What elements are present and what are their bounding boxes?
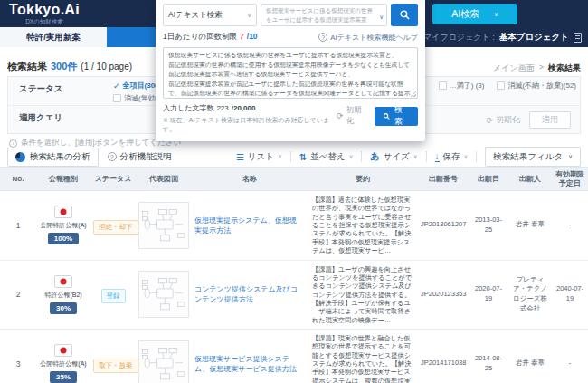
sort-menu[interactable]: ⇅ 並べ替え ∨ [299, 151, 354, 163]
filter-reset-label: 初期化 [496, 114, 520, 126]
char-count-value: 223 [216, 104, 228, 112]
checkbox-icon [439, 81, 447, 90]
filter-apply-button[interactable]: 適用 [529, 111, 571, 129]
publication-type-cell: 公開特許公報(A) 25% [39, 344, 88, 383]
status-checkbox-expired[interactable]: …満了) (3) [439, 81, 485, 91]
search-query-textarea[interactable]: 仮想現実サービスに係る仮想現実の世界をユーザに提示する仮想現実提示装置と、 前記… [163, 47, 418, 99]
expiry-date: 2040-07-19 [552, 260, 588, 330]
daily-limit-row: 1日あたりの回数制限 7 /10 ? AIテキスト検索機能ヘルプ [163, 32, 418, 43]
search-mode-value: AIテキスト検索 [168, 10, 223, 21]
ai-search-menu-label: AI検索 [451, 8, 479, 21]
result-filter-button[interactable]: 検索結果フィルタ ∨ [485, 147, 581, 167]
logo-title: Tokkyo.Ai [9, 3, 80, 18]
char-count-block: 入力した文字数 223 /20,000 ※ 現在、AIテキスト検索は日本特許検索… [163, 103, 337, 134]
patent-abstract: 【課題】現実の世界と融合した仮想現実の世界で提示することを可能とする仮想現実サー… [308, 330, 418, 383]
checkbox-checked-icon [113, 81, 120, 91]
patent-drawing-thumbnail[interactable] [138, 202, 189, 249]
publication-type-label: 特許公報(B2) [44, 291, 81, 300]
ai-text-search-panel: AIテキスト検索 ∨ 仮想現実サービスに係る仮想現実の世界をユーザに提示する仮想… [156, 0, 425, 141]
column-header: 公報種別 [36, 168, 90, 191]
divider [426, 151, 427, 162]
japan-flag-icon [54, 275, 72, 288]
char-count-max: /20,000 [232, 104, 256, 112]
column-header: 要約 [308, 168, 418, 191]
clipboard-icon[interactable] [574, 33, 582, 43]
search-panel-note: ※ 現在、AIテキスト検索は日本特許検索のみ対応しています。 [163, 116, 337, 134]
question-icon: ? [108, 152, 117, 161]
list-view-menu[interactable]: ☰ リスト ∨ [236, 151, 282, 163]
application-date: 2014-08-25 [469, 330, 508, 383]
query-reset-button[interactable]: ⟳ 初期化 [337, 105, 367, 127]
application-number: JP2020123353 [418, 260, 469, 330]
ai-search-menu-button[interactable]: AI検索 ∨ [432, 4, 517, 24]
search-panel-actions: ⟳ 初期化 検索 [337, 105, 418, 127]
daily-limit-label: 1日あたりの回数制限 [163, 32, 237, 43]
search-icon [383, 112, 391, 120]
search-query-input[interactable]: 仮想現実サービスに係る仮想現実の世界をユーザに提示する仮想現実提示装置と、 前記… [261, 4, 387, 26]
checkbox-icon [113, 94, 121, 102]
status-badge: 登録 [101, 289, 126, 303]
search-panel-footer: 入力した文字数 223 /20,000 ※ 現在、AIテキスト検索は日本特許検索… [163, 103, 418, 134]
refresh-icon: ⟳ [486, 116, 493, 125]
patent-abstract: 【課題】過去に体験した仮想現実の世界が、現実の世界ではなかったと言う事実をユーザ… [308, 191, 418, 261]
drawing-sketch [141, 343, 186, 383]
publication-type-label: 公開特許公報(A) [40, 221, 86, 230]
view-toolbar: 検索結果の分析 ? 分析機能説明 ☰ リスト ∨ ⇅ 並べ替え ∨ あ サイズ … [7, 147, 581, 167]
ai-search-help-label: AIテキスト検索機能ヘルプ [330, 33, 418, 43]
status-checkbox-label: 消滅(不納・放棄)(52) [507, 81, 576, 91]
my-project-bar: マイプロジェクト : 基本プロジェクト [411, 27, 588, 47]
logo[interactable]: Tokkyo.Ai DXの知財検索 [9, 3, 80, 26]
applicant-name: 岩井 泰章 [508, 191, 552, 261]
breadcrumb-current: 検索結果 [548, 62, 581, 74]
patent-drawing-thumbnail[interactable] [138, 340, 189, 383]
analysis-help-link[interactable]: ? 分析機能説明 [108, 151, 172, 163]
results-label: 検索結果 [7, 60, 47, 73]
results-table-body: 1 公開特許公報(A) 100% 拒絶・却下 [0, 191, 588, 383]
query-reset-label: 初期化 [346, 105, 368, 127]
app-root: Tokkyo.Ai DXの知財検索 AI検索 ∨ 特許/実用新案 マイプロジェク… [0, 0, 588, 383]
japan-flag-icon [54, 344, 72, 357]
analysis-button-label: 検索結果の分析 [30, 151, 90, 163]
column-header: 代表図面 [136, 168, 192, 191]
filter-reset-button[interactable]: ⟳ 初期化 [486, 114, 520, 126]
divider [361, 151, 362, 162]
patent-drawing-thumbnail[interactable] [138, 271, 189, 318]
search-icon [399, 9, 411, 21]
breadcrumb-parent[interactable]: メイン画面 [493, 62, 535, 74]
column-header: 名称 [192, 168, 308, 191]
drawing-sketch [141, 205, 186, 246]
save-menu[interactable]: ↓ 保存 ∨ [435, 151, 469, 163]
my-project-label: マイプロジェクト : [423, 32, 495, 43]
patent-result-row: 2 特許公報(B2) 30% 登録 [0, 260, 588, 330]
patent-title-link[interactable]: 仮想現実サービス提供システム、仮想現実サービス提供方法 [192, 330, 308, 383]
japan-flag-icon [54, 206, 72, 218]
applicant-name: プレティア・テクノロジーズ株式会社 [508, 260, 552, 330]
column-header: 出願番号 [418, 168, 469, 191]
logo-subtitle: DXの知財検索 [9, 18, 80, 26]
chevron-down-icon: ∨ [247, 12, 251, 19]
chevron-down-icon: ∨ [568, 153, 573, 160]
query-search-button[interactable]: 検索 [375, 107, 418, 126]
column-header: 出願人 [508, 168, 552, 191]
status-checkbox-lapsed[interactable]: 消滅(不納・放棄)(52) [497, 81, 576, 91]
tab-patent-utility[interactable]: 特許/実用新案 [0, 27, 107, 47]
daily-limit-used: 7 [240, 32, 244, 41]
size-menu[interactable]: あ サイズ ∨ [370, 150, 417, 163]
patent-title-link[interactable]: 仮想現実提示システム、仮想現実提示方法 [192, 191, 308, 261]
analysis-button[interactable]: 検索結果の分析 [7, 148, 99, 167]
save-menu-label: 保存 [443, 151, 460, 163]
search-mode-select[interactable]: AIテキスト検索 ∨ [163, 4, 257, 26]
status-checkbox-all[interactable]: 全項目(300) [113, 81, 161, 91]
similarity-score-badge: 30% [50, 302, 77, 314]
checkbox-icon [497, 81, 505, 90]
ai-search-help-link[interactable]: ? AIテキスト検索機能ヘルプ [318, 33, 418, 43]
chevron-down-icon: ∨ [349, 153, 354, 160]
column-header: No. [0, 168, 36, 191]
applicant-name: 岩井 泰章 [508, 330, 552, 383]
filter-actions: ⟳ 初期化 適用 [486, 111, 571, 129]
patent-title-link[interactable]: コンテンツ提供システム及びコンテンツ提供方法 [192, 260, 308, 330]
status-badge: 拒絶・却下 [93, 220, 138, 235]
publication-type-cell: 公開特許公報(A) 100% [39, 206, 88, 244]
search-submit-button[interactable] [391, 4, 418, 26]
divider [290, 151, 291, 162]
